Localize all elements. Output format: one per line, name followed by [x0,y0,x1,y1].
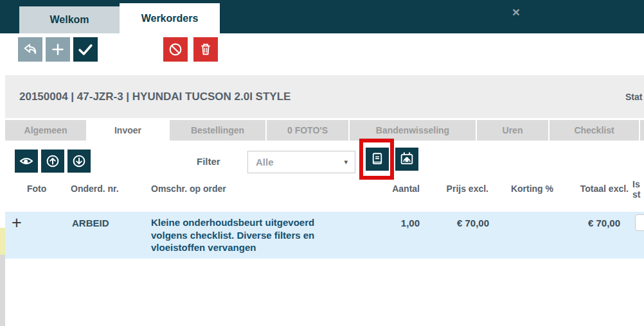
cell-prijs: € 70,00 [406,218,489,228]
tab-bandenwisseling[interactable]: Bandenwisseling [350,120,476,141]
window-tab-werkorders-label: Werkorders [141,13,199,24]
col-header-aantal[interactable]: Aantal [343,184,420,194]
col-header-korting[interactable]: Korting % [476,184,553,194]
col-header-foto[interactable]: Foto [27,184,46,194]
tab-bestellingen[interactable]: Bestellingen [170,120,265,141]
table-row[interactable]: + ARBEID Kleine onderhoudsbeurt uitgevoe… [5,212,644,259]
tab-invoer[interactable]: Invoer [87,120,168,141]
undo-button[interactable] [18,37,42,62]
checkmark-icon [75,39,96,60]
cell-totaal: € 70,00 [537,218,620,228]
delete-button[interactable] [193,37,218,62]
add-button[interactable] [46,37,70,62]
col-header-onderd-nr[interactable]: Onderd. nr. [71,184,119,194]
tab-fotos[interactable]: 0 FOTO'S [267,120,348,141]
col-header-omschrijving[interactable]: Omschr. op order [151,184,226,194]
side-strip-gray [0,255,5,326]
cell-onderd-nr: ARBEID [72,218,109,228]
status-label: Stat [625,75,642,118]
col-header-totaal[interactable]: Totaal excl. [551,184,629,194]
order-title-bar: 20150004 | 47-JZR-3 | HYUNDAI TUCSON 2.0… [5,75,644,118]
arrow-down-circle-icon [69,151,89,171]
expand-row-icon[interactable]: + [12,213,22,233]
tab-uren[interactable]: Uren [477,120,548,141]
move-down-button[interactable] [67,150,91,173]
view-button[interactable] [15,150,38,173]
filter-dropdown-value: Alle [256,157,274,167]
move-up-button[interactable] [41,150,64,173]
no-entry-icon [166,40,185,59]
close-icon[interactable]: × [509,5,523,19]
undo-icon [21,40,40,59]
page-title: 20150004 | 47-JZR-3 | HYUNDAI TUCSON 2.0… [19,75,291,118]
werkorders-window: Welkom Werkorders × [0,0,644,326]
eye-icon [17,151,36,171]
window-tab-welkom-label: Welkom [49,14,89,26]
tab-algemeen[interactable]: Algemeen [5,120,86,141]
chevron-down-icon: ▾ [344,158,348,166]
row-checkbox[interactable] [635,214,644,231]
tab-partial[interactable] [640,120,644,141]
plus-icon [48,40,67,59]
cell-omschrijving: Kleine onderhoudsbeurt uitgevoerd volgen… [151,216,345,254]
planning-button[interactable] [395,148,418,171]
tab-checklist[interactable]: Checklist [550,120,639,141]
filter-dropdown[interactable]: Alle ▾ [247,151,355,173]
car-calendar-icon [397,150,416,169]
section-tab-bar: Algemeen Invoer Bestellingen 0 FOTO'S Ba… [5,120,644,141]
book-icon [368,150,387,169]
side-strip-yellow [0,228,5,255]
window-tab-werkorders[interactable]: Werkorders [120,3,220,33]
arrow-up-circle-icon [43,151,62,171]
cancel-button[interactable] [163,37,188,62]
trash-icon [196,40,215,59]
col-header-is[interactable]: Is st [632,179,640,200]
filter-label: Filter [197,156,220,167]
catalog-button[interactable] [366,148,389,171]
window-tab-welkom[interactable]: Welkom [19,6,120,33]
confirm-button[interactable] [73,37,98,62]
